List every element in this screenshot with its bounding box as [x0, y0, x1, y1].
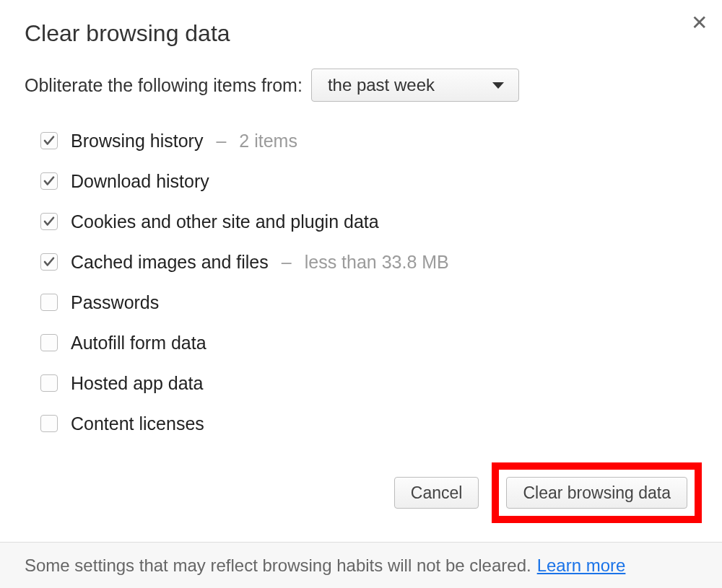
option-checkbox[interactable] [40, 294, 58, 311]
cancel-button-label: Cancel [411, 483, 463, 503]
option-label: Cookies and other site and plugin data [71, 211, 379, 232]
option-label: Autofill form data [71, 333, 206, 354]
option-row: Content licenses [40, 403, 697, 444]
clear-browsing-data-dialog: ✕ Clear browsing data Obliterate the fol… [0, 0, 722, 588]
close-icon[interactable]: ✕ [691, 13, 708, 33]
dialog-button-row: Cancel Clear browsing data [0, 444, 722, 545]
options-list: Browsing history–2 itemsDownload history… [0, 120, 722, 444]
time-range-value: the past week [328, 75, 435, 95]
dialog-footer: Some settings that may reflect browsing … [0, 542, 722, 588]
option-label: Hosted app data [71, 373, 203, 394]
option-checkbox[interactable] [40, 374, 58, 392]
option-row: Cached images and files–less than 33.8 M… [40, 242, 697, 282]
option-label: Browsing history [71, 131, 203, 152]
learn-more-link[interactable]: Learn more [537, 556, 626, 576]
option-row: Autofill form data [40, 322, 697, 363]
option-hint: 2 items [239, 131, 297, 152]
dialog-title: Clear browsing data [0, 0, 722, 69]
time-range-label: Obliterate the following items from: [25, 75, 303, 96]
option-label: Passwords [71, 292, 159, 313]
option-checkbox[interactable] [40, 415, 58, 432]
option-row: Hosted app data [40, 363, 697, 403]
cancel-button[interactable]: Cancel [394, 477, 479, 509]
clear-button-label: Clear browsing data [523, 483, 671, 503]
footer-text: Some settings that may reflect browsing … [25, 556, 531, 576]
clear-browsing-data-button[interactable]: Clear browsing data [506, 477, 687, 509]
option-row: Download history [40, 161, 697, 201]
option-row: Passwords [40, 282, 697, 322]
option-label: Cached images and files [71, 252, 269, 273]
chevron-down-icon [492, 82, 504, 89]
option-label: Content licenses [71, 413, 204, 434]
primary-highlight-box: Clear browsing data [492, 462, 702, 523]
option-hint: less than 33.8 MB [305, 252, 449, 273]
time-range-select[interactable]: the past week [311, 69, 519, 102]
option-separator: – [216, 131, 226, 152]
option-separator: – [282, 252, 292, 273]
option-checkbox[interactable] [40, 253, 58, 271]
option-checkbox[interactable] [40, 132, 58, 149]
option-checkbox[interactable] [40, 213, 58, 230]
option-label: Download history [71, 171, 209, 192]
option-checkbox[interactable] [40, 334, 58, 351]
option-row: Cookies and other site and plugin data [40, 201, 697, 242]
time-range-row: Obliterate the following items from: the… [0, 69, 722, 120]
option-row: Browsing history–2 items [40, 120, 697, 161]
option-checkbox[interactable] [40, 172, 58, 190]
